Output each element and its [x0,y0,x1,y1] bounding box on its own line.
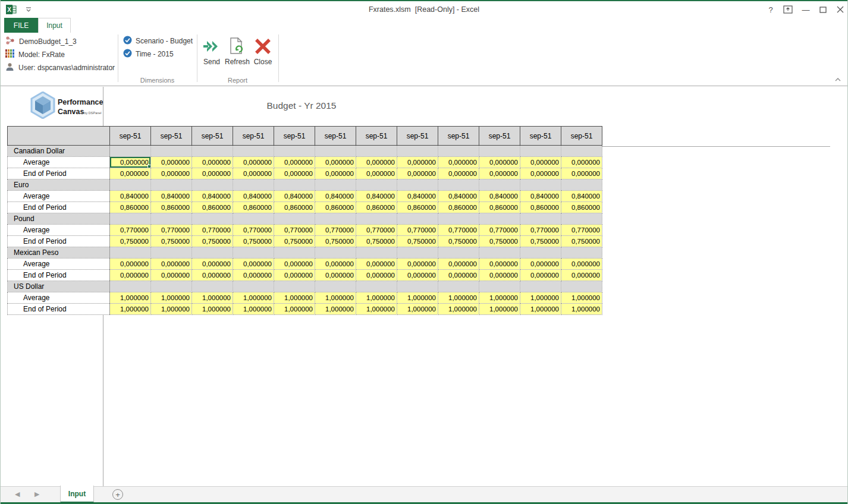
fx-value-cell[interactable]: 0,840000 [233,191,274,202]
category-cell[interactable] [561,213,602,225]
column-header-cell[interactable]: sep-51 [479,127,520,146]
category-cell[interactable] [438,281,479,292]
ribbon-display-options-button[interactable] [781,4,794,15]
fx-value-cell[interactable]: 0,000000 [233,259,274,270]
category-cell[interactable] [192,146,233,157]
fx-value-cell[interactable]: 0,000000 [274,259,315,270]
category-cell[interactable] [356,146,397,157]
fx-value-cell[interactable]: 1,000000 [520,304,561,315]
column-header-cell[interactable]: sep-51 [233,127,274,146]
fx-value-cell[interactable]: 1,000000 [151,304,192,315]
selected-cell[interactable]: 0,000000 [110,157,151,168]
fx-value-cell[interactable]: 0,000000 [315,270,356,281]
fx-value-cell[interactable]: 0,000000 [520,157,561,168]
fx-value-cell[interactable]: 0,770000 [561,225,602,236]
fx-value-cell[interactable]: 0,860000 [274,202,315,213]
fx-value-cell[interactable]: 0,000000 [233,157,274,168]
fx-value-cell[interactable]: 1,000000 [274,304,315,315]
column-header-cell[interactable]: sep-51 [520,127,561,146]
category-cell[interactable] [233,213,274,225]
fx-value-cell[interactable]: 0,750000 [479,236,520,247]
fx-value-cell[interactable]: 1,000000 [356,292,397,304]
fx-value-cell[interactable]: 0,770000 [520,225,561,236]
fx-value-cell[interactable]: 0,750000 [315,236,356,247]
maximize-button[interactable] [816,4,830,15]
category-cell[interactable] [479,179,520,191]
fx-value-cell[interactable]: 0,770000 [151,225,192,236]
fx-value-cell[interactable]: 0,860000 [110,202,151,213]
category-cell[interactable] [151,179,192,191]
fx-value-cell[interactable]: 0,000000 [520,270,561,281]
column-header-cell[interactable]: sep-51 [356,127,397,146]
fx-value-cell[interactable]: 0,000000 [356,270,397,281]
sheet-nav-right-icon[interactable]: ▶ [34,490,39,498]
fx-value-cell[interactable]: 0,840000 [438,191,479,202]
category-cell[interactable] [110,213,151,225]
fx-value-cell[interactable]: 0,000000 [520,259,561,270]
category-cell[interactable] [397,247,438,259]
fx-value-cell[interactable]: 0,000000 [274,270,315,281]
category-cell[interactable] [479,281,520,292]
fx-value-cell[interactable]: 0,860000 [397,202,438,213]
category-cell[interactable] [151,281,192,292]
fx-value-cell[interactable]: 0,770000 [233,225,274,236]
category-cell[interactable] [397,179,438,191]
fx-value-cell[interactable]: 0,000000 [397,270,438,281]
column-header-cell[interactable]: sep-51 [438,127,479,146]
column-header-cell[interactable]: sep-51 [397,127,438,146]
dimension-time-item[interactable]: Time - 2015 [123,49,174,59]
fx-value-cell[interactable]: 0,000000 [315,157,356,168]
category-cell[interactable] [479,247,520,259]
column-header-cell[interactable]: sep-51 [561,127,602,146]
fx-value-cell[interactable]: 1,000000 [397,292,438,304]
tab-input[interactable]: Input [38,18,71,33]
fx-value-cell[interactable]: 0,000000 [274,168,315,179]
column-header-cell[interactable]: sep-51 [192,127,233,146]
category-cell[interactable] [438,146,479,157]
fx-value-cell[interactable]: 0,750000 [356,236,397,247]
fx-value-cell[interactable]: 0,000000 [315,259,356,270]
fx-value-cell[interactable]: 0,770000 [397,225,438,236]
category-cell[interactable] [110,281,151,292]
category-cell[interactable] [315,281,356,292]
category-cell[interactable] [233,247,274,259]
category-cell[interactable] [315,247,356,259]
fx-value-cell[interactable]: 0,000000 [192,270,233,281]
currency-group-label[interactable]: Canadian Dollar [8,146,110,157]
fx-value-cell[interactable]: 0,000000 [274,157,315,168]
fx-value-cell[interactable]: 0,000000 [479,270,520,281]
fx-value-cell[interactable]: 0,000000 [520,168,561,179]
category-cell[interactable] [438,179,479,191]
help-button[interactable]: ? [764,4,777,15]
category-cell[interactable] [315,146,356,157]
fx-value-cell[interactable]: 1,000000 [192,292,233,304]
currency-group-label[interactable]: Pound [8,213,110,225]
category-cell[interactable] [561,179,602,191]
category-cell[interactable] [479,146,520,157]
category-cell[interactable] [520,146,561,157]
fx-value-cell[interactable]: 0,000000 [438,259,479,270]
row-label-cell[interactable]: End of Period [8,202,110,213]
fx-value-cell[interactable]: 0,750000 [561,236,602,247]
fx-value-cell[interactable]: 0,000000 [151,259,192,270]
sheet-nav-left-icon[interactable]: ◀ [15,490,20,498]
category-cell[interactable] [438,247,479,259]
fx-value-cell[interactable]: 0,840000 [561,191,602,202]
fx-value-cell[interactable]: 0,750000 [192,236,233,247]
category-cell[interactable] [315,213,356,225]
fx-value-cell[interactable]: 0,840000 [356,191,397,202]
category-cell[interactable] [438,213,479,225]
row-label-cell[interactable]: Average [8,157,110,168]
category-cell[interactable] [561,281,602,292]
fx-value-cell[interactable]: 0,770000 [479,225,520,236]
category-cell[interactable] [356,213,397,225]
fx-value-cell[interactable]: 0,000000 [397,168,438,179]
sheet-tab-input[interactable]: Input [60,486,94,503]
category-cell[interactable] [479,213,520,225]
category-cell[interactable] [233,146,274,157]
fx-value-cell[interactable]: 0,000000 [438,157,479,168]
category-cell[interactable] [151,247,192,259]
fx-value-cell[interactable]: 0,840000 [397,191,438,202]
category-cell[interactable] [397,146,438,157]
fx-value-cell[interactable]: 0,750000 [438,236,479,247]
